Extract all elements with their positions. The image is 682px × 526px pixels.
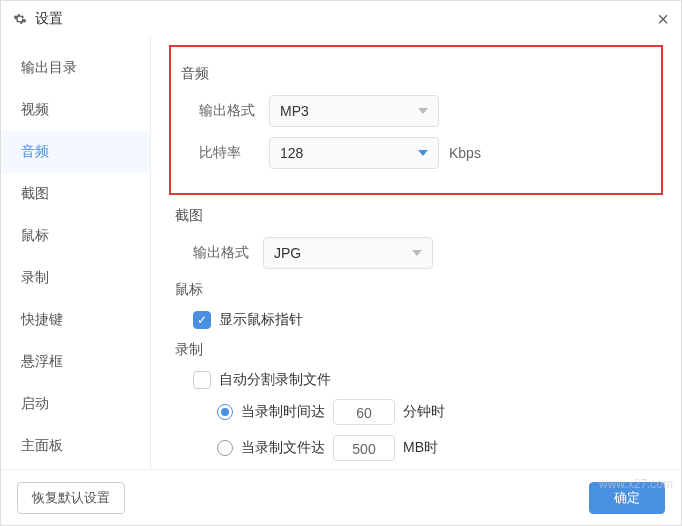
ok-button[interactable]: 确定 [589,482,665,514]
audio-bitrate-label: 比特率 [199,144,269,162]
sidebar-item-mouse[interactable]: 鼠标 [1,215,150,257]
screenshot-format-select[interactable]: JPG [263,237,433,269]
gear-icon [13,12,27,26]
sidebar: 输出目录 视频 音频 截图 鼠标 录制 快捷键 悬浮框 启动 主面板 [1,37,151,469]
sidebar-item-main-panel[interactable]: 主面板 [1,425,150,467]
split-by-time-unit: 分钟时 [403,403,445,421]
sidebar-item-startup[interactable]: 启动 [1,383,150,425]
sidebar-item-audio[interactable]: 音频 [1,131,150,173]
screenshot-format-value: JPG [274,245,301,261]
split-by-time-radio[interactable] [217,404,233,420]
split-by-size-unit: MB时 [403,439,438,457]
audio-bitrate-unit: Kbps [449,145,481,161]
screenshot-format-label: 输出格式 [193,244,263,262]
chevron-down-icon [412,250,422,256]
audio-bitrate-value: 128 [280,145,303,161]
show-pointer-checkbox[interactable]: ✓ [193,311,211,329]
auto-split-checkbox[interactable] [193,371,211,389]
window-title: 设置 [35,10,63,28]
screenshot-section-title: 截图 [175,207,657,225]
titlebar: 设置 × [1,1,681,37]
split-time-input[interactable]: 60 [333,399,395,425]
chevron-down-icon [418,108,428,114]
audio-format-select[interactable]: MP3 [269,95,439,127]
sidebar-item-floating[interactable]: 悬浮框 [1,341,150,383]
record-section-title: 录制 [175,341,657,359]
close-icon[interactable]: × [657,8,669,31]
mouse-section-title: 鼠标 [175,281,657,299]
sidebar-item-output-dir[interactable]: 输出目录 [1,47,150,89]
split-size-input[interactable]: 500 [333,435,395,461]
split-by-size-prefix: 当录制文件达 [241,439,325,457]
show-pointer-label: 显示鼠标指针 [219,311,303,329]
content: 音频 输出格式 MP3 比特率 128 Kbps 截 [151,37,681,469]
sidebar-item-video[interactable]: 视频 [1,89,150,131]
audio-section-title: 音频 [181,65,651,83]
audio-bitrate-select[interactable]: 128 [269,137,439,169]
sidebar-item-screenshot[interactable]: 截图 [1,173,150,215]
split-by-size-radio[interactable] [217,440,233,456]
audio-format-label: 输出格式 [199,102,269,120]
audio-section-highlight: 音频 输出格式 MP3 比特率 128 Kbps [169,45,663,195]
restore-defaults-button[interactable]: 恢复默认设置 [17,482,125,514]
audio-format-value: MP3 [280,103,309,119]
auto-split-label: 自动分割录制文件 [219,371,331,389]
chevron-down-icon [418,150,428,156]
footer: 恢复默认设置 确定 [1,469,681,525]
split-by-time-prefix: 当录制时间达 [241,403,325,421]
sidebar-item-hotkey[interactable]: 快捷键 [1,299,150,341]
sidebar-item-record[interactable]: 录制 [1,257,150,299]
